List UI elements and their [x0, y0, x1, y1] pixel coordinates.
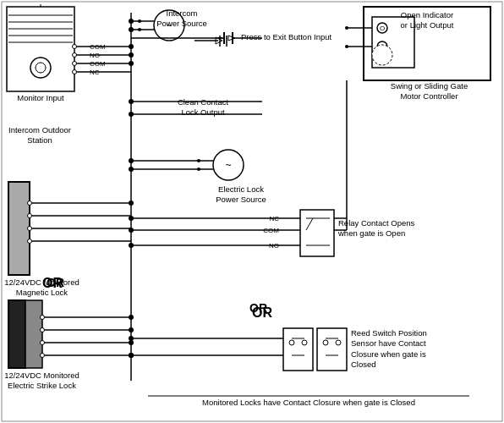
svg-rect-109: [25, 300, 42, 368]
svg-point-129: [289, 340, 294, 345]
svg-point-122: [129, 315, 134, 320]
svg-point-91: [345, 26, 348, 30]
svg-point-12: [73, 53, 77, 58]
svg-point-41: [129, 19, 134, 24]
svg-point-42: [129, 27, 134, 32]
svg-point-117: [41, 354, 45, 358]
svg-point-99: [28, 227, 32, 231]
svg-point-135: [336, 340, 341, 345]
electric-strike-label: 12/24VDC Monitored Electric Strike Lock: [2, 371, 82, 392]
svg-point-101: [28, 239, 32, 244]
electric-lock-power-label: Electric Lock Power Source: [203, 184, 279, 206]
svg-point-77: [129, 216, 134, 221]
svg-rect-93: [8, 182, 30, 275]
svg-rect-127: [283, 328, 313, 371]
svg-point-134: [323, 340, 328, 345]
svg-rect-1: [7, 7, 74, 91]
open-indicator-label: Open Indicator or Light Output: [381, 10, 474, 31]
reed-switch-label: Reed Switch Position Sensor have Contact…: [351, 328, 486, 370]
or-label-1: OR: [47, 275, 64, 290]
svg-point-16: [73, 70, 77, 74]
monitor-input-label: Monitor Input: [7, 93, 74, 103]
svg-rect-132: [317, 328, 347, 371]
intercom-power-label: Intercom Power Source: [148, 8, 216, 30]
svg-point-37: [129, 52, 134, 58]
svg-point-62: [129, 158, 134, 163]
svg-point-140: [129, 353, 134, 358]
svg-rect-108: [8, 300, 25, 368]
svg-point-113: [41, 328, 45, 332]
svg-point-106: [129, 201, 134, 206]
clean-contact-label: Clean Contact Lock Output: [161, 97, 245, 118]
svg-point-85: [372, 45, 392, 65]
svg-point-36: [129, 44, 134, 49]
svg-point-63: [129, 167, 134, 172]
footer-label: Monitored Locks have Contact Closure whe…: [148, 398, 469, 408]
svg-point-53: [129, 112, 134, 117]
wiring-diagram: COM NO COM NC ~: [0, 0, 504, 423]
intercom-outdoor-label: Intercom Outdoor Station: [2, 125, 78, 146]
svg-point-79: [129, 243, 134, 248]
svg-point-115: [41, 341, 45, 345]
press-to-exit-label: Press to Exit Button Input: [241, 32, 351, 42]
svg-point-14: [73, 62, 77, 66]
svg-point-95: [28, 201, 32, 206]
relay-contact-label: Relay Contact Opens when gate is Open: [338, 218, 465, 239]
svg-point-97: [28, 214, 32, 218]
svg-point-123: [129, 327, 134, 332]
svg-point-111: [41, 316, 45, 320]
svg-point-10: [73, 45, 77, 49]
svg-point-139: [129, 336, 134, 341]
svg-text:~: ~: [225, 159, 231, 171]
svg-point-52: [129, 99, 134, 104]
svg-point-130: [302, 340, 307, 345]
magnetic-lock-label: 12/24VDC Monitored Magnetic Lock: [2, 277, 82, 299]
or-label-2: OR: [249, 300, 267, 316]
svg-point-8: [36, 63, 46, 73]
svg-rect-64: [300, 210, 334, 256]
svg-point-92: [345, 45, 348, 48]
svg-point-38: [129, 61, 134, 66]
swing-motor-label: Swing or Sliding Gate Motor Controller: [368, 81, 490, 102]
